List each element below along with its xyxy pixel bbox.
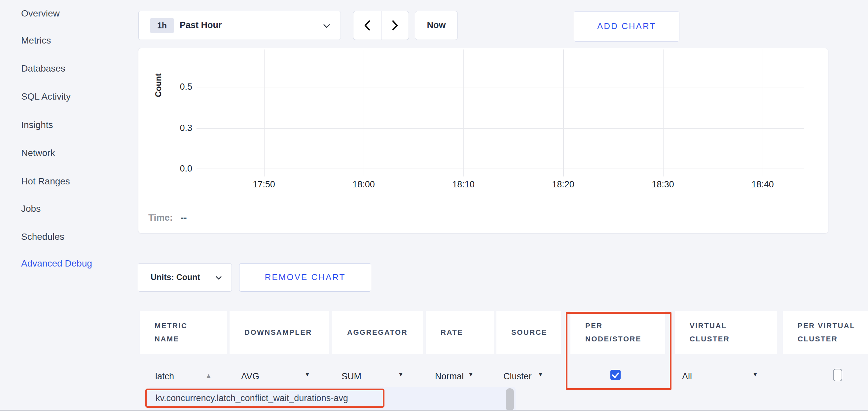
gridline-vertical <box>264 49 265 176</box>
triangle-up-icon[interactable]: ▲ <box>206 372 212 379</box>
virtual-cluster-select[interactable]: All <box>682 370 692 383</box>
column-header-downsampler: DOWNSAMPLER <box>229 311 329 354</box>
triangle-down-icon[interactable]: ▼ <box>468 371 474 378</box>
sidebar-item-metrics[interactable]: Metrics <box>21 35 51 46</box>
next-time-button[interactable] <box>381 11 409 40</box>
column-header-per-virtual-cluster: PER VIRTUALCLUSTER <box>783 311 868 354</box>
sidebar-item-schedules[interactable]: Schedules <box>21 231 64 243</box>
column-header-metric-name: METRICNAME <box>140 311 227 354</box>
column-header-aggregator: AGGREGATOR <box>332 311 423 354</box>
gridline-vertical <box>763 49 763 176</box>
chevron-down-icon <box>322 23 331 29</box>
bottom-edge-divider <box>0 410 868 411</box>
x-tick-label: 18:10 <box>440 179 487 190</box>
y-tick-label: 0.5 <box>170 81 192 92</box>
sidebar-item-overview[interactable]: Overview <box>21 8 60 20</box>
x-tick-label: 18:20 <box>540 179 586 190</box>
scrollbar-thumb[interactable] <box>506 388 514 411</box>
gridline-vertical <box>463 49 464 176</box>
metric-suggestion-item[interactable]: kv.concurrency.latch_conflict_wait_durat… <box>145 388 384 408</box>
units-select[interactable]: Units: Count <box>138 263 232 292</box>
time-window-label: Past Hour <box>180 11 222 39</box>
rate-select[interactable]: Normal <box>435 370 464 383</box>
gridline-vertical <box>364 49 364 176</box>
column-header-source: SOURCE <box>496 311 561 354</box>
sidebar-item-databases[interactable]: Databases <box>21 63 65 74</box>
time-pager <box>353 11 409 40</box>
gridline-horizontal <box>196 169 804 169</box>
y-tick-label: 0.0 <box>170 163 192 174</box>
downsampler-select[interactable]: AVG <box>241 370 259 383</box>
triangle-down-icon[interactable]: ▼ <box>305 371 310 378</box>
now-button[interactable]: Now <box>415 11 458 40</box>
x-tick-label: 17:50 <box>241 179 287 190</box>
source-select[interactable]: Cluster <box>503 370 532 383</box>
gridline-horizontal <box>196 87 804 88</box>
sidebar-item-network[interactable]: Network <box>21 147 55 159</box>
x-tick-label: 18:40 <box>740 179 786 190</box>
advanced-debug-custom-chart-page: Overview Metrics Databases SQL Activity … <box>0 0 868 411</box>
triangle-down-icon[interactable]: ▼ <box>538 371 543 378</box>
units-select-label: Units: Count <box>151 264 200 291</box>
sidebar-item-hot-ranges[interactable]: Hot Ranges <box>21 175 70 187</box>
prev-time-button[interactable] <box>353 11 381 40</box>
time-window-select[interactable]: 1h Past Hour <box>138 11 341 40</box>
gridline-horizontal <box>196 128 804 129</box>
hover-time-label: Time: <box>148 212 173 223</box>
y-axis-title: Count <box>154 68 163 103</box>
sidebar-item-jobs[interactable]: Jobs <box>21 203 41 215</box>
gridline-vertical <box>663 49 663 176</box>
hover-time-value: -- <box>181 212 187 223</box>
metric-suggestion-text: kv.concurrency.latch_conflict_wait_durat… <box>156 390 348 406</box>
chevron-left-icon <box>364 20 371 31</box>
triangle-down-icon[interactable]: ▼ <box>398 371 404 378</box>
chevron-down-icon <box>215 275 223 280</box>
column-header-virtual-cluster: VIRTUALCLUSTER <box>675 311 777 354</box>
y-tick-label: 0.3 <box>170 123 192 134</box>
sidebar-item-sql-activity[interactable]: SQL Activity <box>21 91 71 103</box>
metric-name-input[interactable]: latch <box>155 370 174 383</box>
sidebar-item-insights[interactable]: Insights <box>21 119 53 131</box>
per-virtual-cluster-checkbox[interactable] <box>833 369 842 381</box>
chevron-right-icon <box>392 20 399 31</box>
remove-chart-button[interactable]: REMOVE CHART <box>239 263 371 292</box>
x-tick-label: 18:30 <box>640 179 686 190</box>
check-icon <box>612 370 619 378</box>
x-tick-label: 18:00 <box>341 179 387 190</box>
add-chart-button[interactable]: ADD CHART <box>574 11 679 41</box>
triangle-down-icon[interactable]: ▼ <box>752 371 758 378</box>
aggregator-select[interactable]: SUM <box>342 370 361 383</box>
gridline-vertical <box>563 49 564 176</box>
per-node-store-checkbox[interactable] <box>610 370 621 380</box>
time-window-badge: 1h <box>150 18 174 33</box>
column-header-per-node-store: PERNODE/STORE <box>570 311 665 354</box>
chart-card: Count 0.5 0.3 0.0 17:50 18:00 18:10 18:2… <box>138 48 828 234</box>
column-header-rate: RATE <box>426 311 494 354</box>
sidebar-item-advanced-debug[interactable]: Advanced Debug <box>21 258 92 270</box>
